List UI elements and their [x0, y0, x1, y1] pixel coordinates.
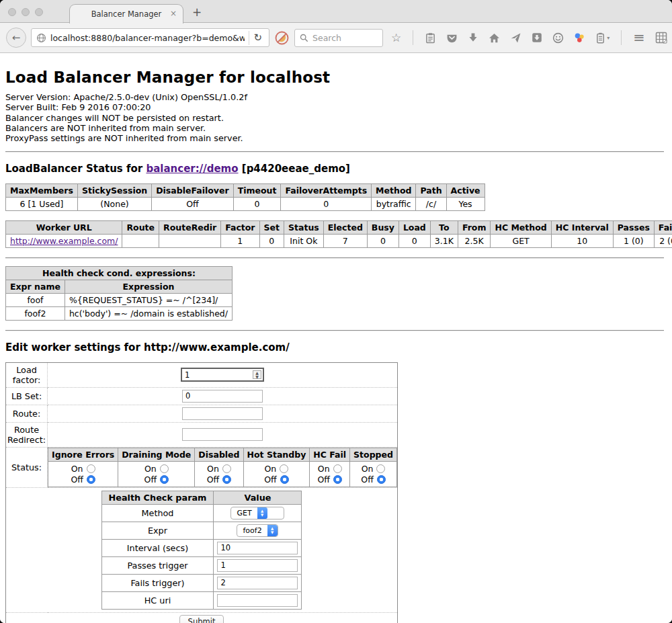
radio-off-label: Off [361, 474, 373, 485]
server-info: Server Version: Apache/2.5.0-dev (Unix) … [5, 92, 664, 144]
balancer-status-table: MaxMembersStickySessionDisableFailoverTi… [5, 183, 485, 211]
server-version-line: Server Version: Apache/2.5.0-dev (Unix) … [5, 92, 664, 102]
expr-select[interactable]: foof2 ▲▼ [237, 524, 278, 537]
radio-on[interactable] [222, 464, 231, 473]
cell: /c/ [416, 197, 446, 210]
expr-cell: %{REQUEST_STATUS} =~ /^[234]/ [65, 293, 232, 306]
load-factor-input[interactable] [181, 368, 264, 382]
worker-url-link[interactable]: http://www.example.com/ [10, 236, 118, 246]
globe-icon [36, 33, 46, 43]
column-header: HC Method [491, 220, 551, 234]
close-window-button[interactable] [8, 8, 16, 16]
param-label: HC uri [101, 591, 214, 609]
radio-on[interactable] [376, 464, 385, 473]
battery-icon[interactable]: ▾ [595, 32, 610, 44]
download-square-icon[interactable] [532, 32, 542, 43]
page-title: Load Balancer Manager for localhost [5, 69, 664, 86]
route-input[interactable] [182, 407, 263, 420]
hc-expr-header-row: Expr name Expression [6, 280, 233, 293]
cell: 7 [323, 234, 367, 247]
pocket-icon[interactable] [446, 32, 458, 44]
cell: 2.5K [458, 234, 491, 247]
passes-input[interactable] [217, 559, 298, 572]
hc-uri-input[interactable] [217, 594, 298, 607]
route-redirect-input[interactable] [182, 428, 263, 441]
radio-on[interactable] [333, 464, 342, 473]
hc-row-fails: Fails trigger) [101, 574, 302, 591]
status-radio-cell: On Off [195, 461, 243, 487]
toolbar-buttons: ☆ [391, 30, 667, 45]
radio-off-selected[interactable] [280, 475, 289, 484]
select-arrows-icon: ▲▼ [257, 507, 267, 519]
param-label: Expr [101, 522, 214, 539]
column-header: Factor [221, 220, 259, 234]
radio-off-selected[interactable] [160, 475, 169, 484]
zoom-window-button[interactable] [35, 8, 43, 16]
column-header: Fails [654, 220, 672, 234]
column-header: Timeout [233, 183, 281, 197]
radio-off-selected[interactable] [87, 475, 95, 484]
cell: Init Ok [284, 234, 324, 247]
divider [5, 151, 664, 153]
form-row-route: Route: [6, 405, 398, 422]
hc-row-expr: Expr foof2 ▲▼ [101, 522, 302, 539]
radio-off-selected[interactable] [333, 475, 342, 484]
lb-set-input[interactable] [182, 390, 263, 403]
color-dots-icon[interactable] [574, 32, 585, 44]
radio-on-label: On [144, 464, 157, 474]
menu-icon[interactable]: ≡ [633, 32, 645, 44]
cell: 0 [259, 234, 284, 247]
form-row-load-factor: Load factor: ▲▼ [6, 362, 398, 387]
toolbar-separator [621, 30, 622, 45]
status-column-header: HC Fail [310, 448, 350, 461]
search-field[interactable]: Search [294, 29, 383, 47]
radio-off-selected[interactable] [377, 475, 386, 484]
tab-balancer-manager[interactable]: Balancer Manager × [69, 4, 183, 24]
field-label: Load factor: [6, 362, 48, 387]
minimize-window-button[interactable] [22, 8, 30, 16]
param-label: Interval (secs) [101, 539, 214, 556]
column-header: Elected [323, 220, 367, 234]
hc-expressions-table: Health check cond. expressions: Expr nam… [5, 266, 233, 321]
clipboard-icon[interactable] [425, 32, 436, 44]
grid-icon[interactable] [655, 32, 667, 44]
new-tab-button[interactable]: + [192, 5, 202, 19]
interval-input[interactable] [217, 542, 298, 554]
radio-on[interactable] [280, 464, 288, 473]
number-spinner-icon[interactable]: ▲▼ [253, 370, 261, 379]
send-icon[interactable] [510, 32, 521, 44]
status-column-header: Hot Standby [243, 448, 310, 461]
radio-on[interactable] [87, 464, 95, 473]
tab-close-icon[interactable]: × [170, 9, 177, 17]
radio-on-label: On [265, 464, 277, 474]
search-placeholder: Search [312, 33, 341, 43]
status-column-header: Draining Mode [118, 448, 195, 461]
download-icon[interactable] [468, 32, 478, 43]
cell: 0 [233, 197, 281, 210]
hc-row-method: Method GET ▲▼ [101, 504, 302, 522]
fails-input[interactable] [217, 577, 298, 589]
radio-off-selected[interactable] [222, 475, 231, 484]
smiley-icon[interactable] [552, 32, 564, 44]
url-text[interactable]: localhost:8880/balancer-manager?b=demo&w… [50, 33, 245, 43]
hc-row-passes: Passes trigger [101, 556, 302, 574]
balancer-link[interactable]: balancer://demo [146, 163, 238, 175]
method-select[interactable]: GET ▲▼ [230, 507, 284, 520]
radio-on[interactable] [160, 464, 169, 473]
tab-title: Balancer Manager [91, 9, 162, 19]
bookmark-star-icon[interactable]: ☆ [391, 32, 401, 44]
submit-button[interactable]: Submit [179, 615, 224, 623]
form-row-submit: Submit [6, 612, 398, 623]
cell: 6 [1 Used] [6, 197, 78, 210]
hc-expressions-title: Health check cond. expressions: [6, 266, 233, 280]
home-icon[interactable] [489, 32, 500, 44]
chevron-down-icon[interactable]: ▾ [607, 35, 610, 41]
status-radio-cell: On Off [310, 461, 350, 487]
reload-icon[interactable]: ↻ [249, 31, 266, 45]
cell: GET [491, 234, 551, 247]
divider [5, 330, 664, 331]
shield-block-icon[interactable] [274, 30, 290, 46]
address-bar[interactable]: localhost:8880/balancer-manager?b=demo&w… [31, 28, 269, 47]
back-button[interactable]: ← [6, 28, 26, 48]
radio-on-label: On [207, 464, 219, 474]
